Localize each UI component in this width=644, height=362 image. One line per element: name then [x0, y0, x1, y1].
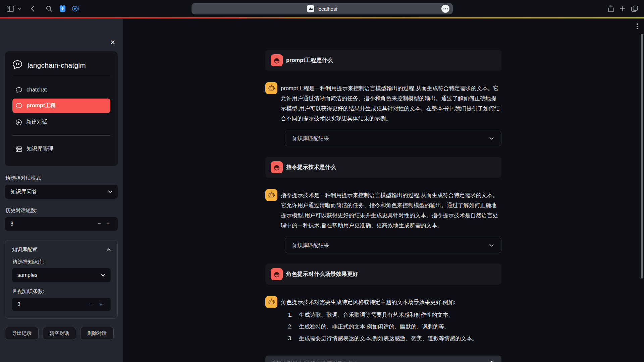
app-logo-icon [12, 60, 22, 71]
url-text: localhost [317, 6, 337, 12]
kb-select-label: 请选择知识库: [13, 259, 110, 265]
divider [12, 77, 110, 77]
kb-config-title: 知识库配置 [12, 246, 107, 253]
search-icon[interactable] [46, 6, 52, 12]
app-title: langchain-chatglm [28, 61, 86, 69]
message-text: 角色提示技术对需要生成特定风格或特定主题的文本场景效果更好,例如: [281, 296, 478, 307]
bot-avatar-icon [265, 296, 277, 308]
chevron-down-icon [108, 190, 112, 193]
bot-avatar-icon [265, 82, 277, 94]
chevron-down-icon [489, 244, 494, 247]
accordion-title: 知识库匹配结果 [292, 135, 489, 142]
kb-config-panel: 知识库配置 请选择知识库: samples 匹配知识条数: 3 − + [5, 240, 118, 319]
user-message: prompt工程是什么 [265, 50, 501, 71]
tabs-overview-icon[interactable] [631, 6, 638, 12]
message-text: 指令提示技术是什么 [286, 164, 336, 171]
chevron-down-icon [101, 274, 105, 277]
mode-select-value: 知识库问答 [10, 188, 108, 195]
address-more-icon[interactable] [441, 5, 449, 13]
kb-select[interactable]: samples [12, 268, 111, 282]
assistant-message: 指令提示技术是一种利用提示来控制语言模型输出的过程,从而生成符合特定需求的文本。… [265, 189, 501, 230]
chat-bubble-icon [16, 103, 22, 109]
user-message: 指令提示技术是什么 [265, 157, 501, 178]
user-avatar-icon [271, 268, 283, 280]
message-text: 角色提示对什么场景效果更好 [286, 270, 358, 278]
history-turns-value[interactable]: 3 [10, 221, 95, 227]
database-icon [16, 146, 22, 152]
history-turns-stepper: 3 − + [5, 217, 118, 231]
send-icon[interactable] [489, 359, 497, 362]
sidebar-actions: 导出记录 清空对话 删除对话 [5, 327, 118, 340]
sidebar-item-new-dialog[interactable]: 新建对话 [12, 115, 110, 129]
nav-card: langchain-chatglm chatchat prompt工程 新建对话… [5, 51, 118, 166]
topk-value[interactable]: 3 [17, 301, 88, 307]
chat-bubble-icon [16, 87, 22, 93]
site-favicon [307, 5, 314, 12]
sidebar-item-label: 知识库管理 [26, 145, 53, 153]
chevron-up-icon [107, 248, 111, 251]
chat-input-row [265, 356, 501, 362]
sidebar-item-chatchat[interactable]: chatchat [12, 83, 110, 97]
share-icon[interactable] [608, 5, 614, 12]
increment-button[interactable]: + [104, 221, 112, 227]
address-bar[interactable]: localhost [192, 3, 453, 14]
kb-match-accordion[interactable]: 知识库匹配结果 [285, 131, 501, 146]
assistant-message: 角色提示技术对需要生成特定风格或特定主题的文本场景效果更好,例如: 生成诗歌、歌… [265, 296, 501, 346]
mode-select[interactable]: 知识库问答 [5, 185, 118, 199]
extension-circles-icon[interactable] [72, 5, 79, 12]
chat-main: prompt工程是什么 prompt工程是一种利用提示来控制语言模型输出的过程,… [123, 18, 644, 362]
sidebar-item-prompt-engineering[interactable]: prompt工程 [12, 99, 110, 113]
message-text: prompt工程是什么 [286, 57, 333, 64]
decrement-button[interactable]: − [88, 301, 97, 308]
history-turns-label: 历史对话轮数: [6, 207, 117, 214]
sidebar-item-kb-management[interactable]: 知识库管理 [12, 142, 110, 156]
delete-dialog-button[interactable]: 删除对话 [80, 327, 114, 340]
user-message: 角色提示对什么场景效果更好 [265, 264, 501, 285]
back-button-icon[interactable] [31, 6, 35, 12]
close-sidebar-icon[interactable]: ✕ [110, 39, 115, 46]
message-text: 指令提示技术是一种利用提示来控制语言模型输出的过程,从而生成符合特定需求的文本。… [281, 189, 501, 230]
sidebar-item-label: chatchat [26, 87, 47, 93]
plus-circle-icon [16, 119, 22, 125]
config-sidebar: ✕ langchain-chatglm chatchat prompt工程 新建… [0, 18, 123, 362]
message-list: 生成诗歌、歌词、音乐歌词等需要具有艺术感和创作性的文本。 生成独特的、非正式的文… [294, 310, 478, 343]
kb-select-value: samples [17, 272, 101, 278]
scrollbar-thumb[interactable] [641, 34, 643, 279]
decrement-button[interactable]: − [95, 221, 104, 227]
browser-toolbar: localhost [0, 0, 644, 17]
kb-match-accordion[interactable]: 知识库匹配结果 [285, 238, 501, 253]
sidebar-item-label: prompt工程 [26, 102, 56, 109]
message-text: prompt工程是一种利用提示来控制语言模型输出的过程,从而生成符合特定需求的文… [281, 82, 501, 123]
topk-label: 匹配知识条数: [13, 288, 110, 295]
list-item: 生成需要进行情感表达的文本,例如表达感激、赞美、道歉等情感的文本。 [294, 334, 478, 343]
clear-dialog-button[interactable]: 清空对话 [43, 327, 76, 340]
chevron-down-icon [489, 137, 494, 140]
kb-config-header[interactable]: 知识库配置 [12, 246, 111, 253]
sidebar-item-label: 新建对话 [26, 119, 48, 126]
app-header: langchain-chatglm [12, 60, 110, 71]
kebab-menu-icon[interactable] [637, 23, 638, 29]
accordion-title: 知识库匹配结果 [292, 242, 489, 249]
sidebar-toggle-icon[interactable] [7, 6, 14, 12]
chat-thread: prompt工程是什么 prompt工程是一种利用提示来控制语言模型输出的过程,… [265, 50, 501, 362]
user-avatar-icon [271, 161, 283, 173]
list-item: 生成诗歌、歌词、音乐歌词等需要具有艺术感和创作性的文本。 [294, 310, 478, 319]
chat-input[interactable] [265, 356, 501, 362]
extension-shield-icon[interactable] [59, 5, 66, 12]
divider [12, 135, 110, 136]
topk-stepper: 3 − + [12, 298, 111, 311]
export-history-button[interactable]: 导出记录 [5, 327, 39, 340]
user-avatar-icon [271, 54, 283, 66]
mode-select-label: 请选择对话模式 [6, 175, 117, 181]
bot-avatar-icon [265, 189, 277, 201]
new-tab-plus-icon[interactable] [620, 6, 625, 12]
assistant-message: prompt工程是一种利用提示来控制语言模型输出的过程,从而生成符合特定需求的文… [265, 82, 501, 123]
increment-button[interactable]: + [97, 301, 105, 308]
list-item: 生成独特的、非正式的文本,例如闲适的、幽默的、讽刺的等。 [294, 322, 478, 331]
sidebar-dropdown-chevron-icon[interactable] [17, 8, 21, 10]
